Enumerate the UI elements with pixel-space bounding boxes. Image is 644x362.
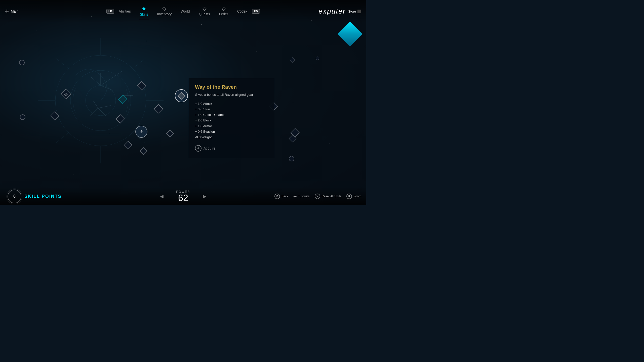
nav-right: exputer Store ⬛ (319, 7, 361, 15)
acquire-label: Acquire (204, 146, 215, 150)
tab-codex[interactable]: Codex (233, 7, 252, 15)
svg-rect-22 (163, 7, 166, 10)
skill-node-6[interactable] (125, 142, 131, 148)
tab-skills[interactable]: Skills (135, 5, 153, 18)
abilities-label: Abilities (119, 9, 131, 13)
skill-points-label: SKILL POINTS (24, 194, 62, 199)
store-label: Store (348, 10, 356, 13)
power-value: 62 (176, 194, 190, 203)
svg-rect-23 (203, 7, 206, 10)
store-icon: ⬛ (357, 10, 361, 13)
back-label: Back (281, 195, 288, 198)
tooltip-title: Way of the Raven (195, 84, 268, 90)
zoom-label: Zoom (353, 195, 361, 198)
quests-diamond-icon (199, 7, 210, 12)
order-label: Order (219, 12, 228, 16)
skills-label: Skills (140, 12, 148, 16)
skill-node-17[interactable] (290, 136, 295, 141)
codex-label: Codex (237, 9, 247, 13)
skill-tree-area: ⚜ (0, 25, 366, 180)
skill-node-14[interactable] (289, 156, 294, 161)
lb-button[interactable]: LB (106, 9, 114, 14)
stat-block: + 2.0 Block (195, 118, 268, 123)
stat-weight: -0.3 Weight (195, 134, 268, 140)
bottom-right-buttons: B Back ✛ Tutorials Y Reset All Skills R … (274, 194, 361, 199)
stat-critical: + 1.0 Critical Chance (195, 112, 268, 118)
tutorials-cross-icon: ✛ (293, 194, 297, 199)
skill-node-5[interactable] (167, 131, 173, 136)
tab-order[interactable]: Order (215, 5, 233, 18)
reset-label: Reset All Skills (322, 195, 342, 198)
zoom-button[interactable]: R Zoom (346, 194, 361, 199)
power-prev-button[interactable]: ◀ (160, 194, 164, 199)
tab-quests[interactable]: Quests (194, 5, 214, 18)
a-label: A (197, 147, 199, 150)
skill-node-15[interactable] (290, 58, 294, 62)
skill-node-9[interactable] (62, 90, 70, 98)
skill-tooltip: Way of the Raven Gives a bonus to all Ra… (189, 78, 274, 158)
skill-points-area: 0 SKILL POINTS (8, 190, 62, 203)
inventory-diamond-icon (157, 7, 172, 12)
tab-inventory[interactable]: Inventory (153, 5, 176, 18)
order-diamond-icon (219, 7, 228, 12)
y-label: Y (316, 195, 318, 198)
skill-node-8[interactable] (52, 113, 58, 119)
bottom-bar: 0 SKILL POINTS ◀ POWER 62 ▶ B Back ✛ Tut… (0, 188, 366, 205)
skill-points-value: 0 (13, 194, 16, 199)
store-button[interactable]: Store ⬛ (348, 10, 361, 13)
b-button-icon: B (274, 194, 280, 199)
exputer-logo: exputer (319, 7, 346, 15)
nav-tabs: LB Abilities Skills Inventory World (106, 5, 260, 18)
acquire-button[interactable]: A Acquire (195, 145, 268, 152)
skill-node-16[interactable] (316, 57, 319, 60)
skill-node-3[interactable] (117, 116, 124, 122)
navigation-bar: ✛ Main LB Abilities Skills Inventory (0, 0, 366, 23)
skill-node-7[interactable] (141, 148, 146, 154)
skill-node-1[interactable] (138, 82, 145, 89)
world-label: World (181, 9, 190, 13)
svg-rect-24 (222, 7, 225, 10)
selected-skill-node[interactable] (175, 89, 188, 102)
tab-world[interactable]: World (176, 7, 194, 15)
tooltip-description: Gives a bonus to all Raven-aligned gear (195, 93, 268, 97)
tab-abilities[interactable]: Abilities (114, 7, 135, 15)
tutorials-button[interactable]: ✛ Tutorials (293, 194, 310, 199)
r-button-icon: R (346, 194, 352, 199)
stat-attack: + 1.0 Attack (195, 101, 268, 107)
power-area: ◀ POWER 62 ▶ (160, 190, 206, 203)
skill-node-2[interactable] (119, 96, 126, 103)
stat-stun: + 3.0 Stun (195, 107, 268, 112)
stat-armor: + 1.0 Armor (195, 123, 268, 129)
skill-node-11[interactable] (19, 60, 25, 65)
main-label[interactable]: Main (11, 9, 18, 13)
rb-button[interactable]: RB (252, 9, 260, 14)
stat-evasion: + 0.6 Evasion (195, 129, 268, 134)
a-button-icon: A (195, 145, 202, 152)
quests-label: Quests (199, 12, 210, 16)
raven-skill-node[interactable]: ⚜ (135, 126, 147, 138)
skills-diamond-icon (140, 7, 148, 12)
main-cross-icon: ✛ (5, 9, 9, 14)
skill-points-circle: 0 (8, 190, 21, 203)
tutorials-label: Tutorials (298, 195, 310, 198)
r-label: R (348, 195, 350, 198)
inventory-label: Inventory (157, 12, 172, 16)
skill-node-4[interactable] (155, 106, 162, 112)
y-button-icon: Y (315, 194, 320, 199)
svg-rect-21 (142, 7, 146, 10)
tooltip-stats: + 1.0 Attack + 3.0 Stun + 1.0 Critical C… (195, 101, 268, 140)
b-label: B (276, 195, 278, 198)
skill-node-10[interactable] (20, 114, 25, 120)
reset-skills-button[interactable]: Y Reset All Skills (315, 194, 342, 199)
nav-left: ✛ Main (5, 9, 18, 14)
back-button[interactable]: B Back (274, 194, 288, 199)
power-next-button[interactable]: ▶ (203, 194, 206, 199)
